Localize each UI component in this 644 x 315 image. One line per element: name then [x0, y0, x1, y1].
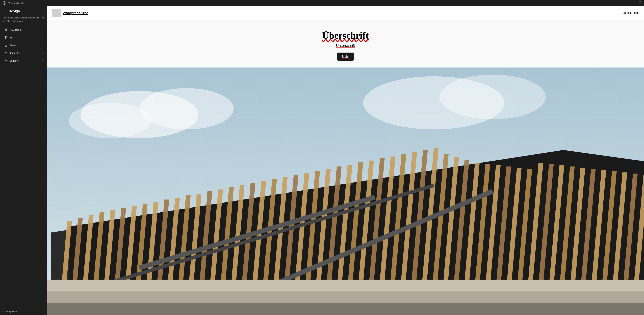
sidebar-footer: Gespeichert	[0, 308, 47, 315]
saved-status-label: Gespeichert	[6, 310, 18, 313]
check-icon	[3, 310, 5, 313]
navigation-label: Navigation	[10, 29, 42, 31]
hero-section: Überschrift Unterschrift Mehr	[47, 20, 644, 68]
templates-icon	[4, 51, 8, 55]
hero-image	[47, 68, 644, 315]
svg-line-3	[641, 3, 642, 4]
wp-logo-icon[interactable]: W	[2, 1, 7, 5]
main-layout: Design Passe das Design deiner Website m…	[0, 6, 644, 315]
site-logo-area: Wordpress Test	[52, 9, 88, 17]
hero-button[interactable]: Mehr	[337, 53, 354, 61]
svg-rect-88	[47, 303, 644, 315]
chevron-right-icon: ›	[42, 37, 43, 39]
chevron-right-icon: ›	[42, 60, 43, 62]
sidebar-item-vorlagen[interactable]: Vorlagen ›	[1, 57, 46, 65]
seiten-icon	[4, 43, 8, 47]
sidebar-item-templates[interactable]: Templates ›	[1, 49, 46, 57]
hero-subheading: Unterschrift	[52, 44, 639, 48]
svg-point-17	[6, 61, 6, 62]
back-button[interactable]	[3, 9, 8, 14]
svg-rect-13	[5, 52, 7, 54]
site-preview-header: Wordpress Test Sample Page	[47, 6, 644, 20]
site-logo	[52, 9, 61, 17]
sidebar-item-navigation[interactable]: Navigation ›	[1, 26, 46, 34]
seiten-label: Seiten	[10, 44, 42, 47]
sample-page-link[interactable]: Sample Page	[622, 12, 639, 15]
chevron-right-icon: ›	[42, 52, 43, 54]
svg-text:W: W	[4, 2, 5, 4]
navigation-icon	[4, 28, 8, 32]
sidebar-item-stile[interactable]: Stile ›	[1, 34, 46, 41]
templates-label: Templates	[10, 52, 42, 54]
chevron-right-icon: ›	[42, 44, 43, 47]
vorlagen-icon	[4, 59, 8, 63]
hero-heading: Überschrift	[52, 30, 639, 41]
sidebar-title: Design	[9, 9, 20, 13]
site-name: Wordpress Test	[63, 11, 88, 15]
search-icon[interactable]	[639, 1, 642, 5]
preview-area: Wordpress Test Sample Page Überschrift U…	[47, 6, 644, 315]
topbar-site-name: Wordpress Test	[8, 2, 24, 4]
sidebar: Design Passe das Design deiner Website m…	[0, 6, 47, 315]
svg-point-24	[440, 75, 546, 119]
sidebar-header: Design	[0, 6, 47, 15]
stile-icon	[4, 36, 8, 40]
svg-point-21	[140, 88, 234, 129]
sidebar-description: Passe das Design deiner Website mit Hilf…	[0, 15, 47, 26]
stile-label: Stile	[10, 36, 42, 39]
topbar: W Wordpress Test	[0, 0, 644, 6]
sidebar-item-seiten[interactable]: Seiten ›	[1, 42, 46, 49]
svg-point-22	[69, 103, 151, 138]
chevron-right-icon: ›	[42, 29, 43, 31]
vorlagen-label: Vorlagen	[10, 60, 42, 62]
